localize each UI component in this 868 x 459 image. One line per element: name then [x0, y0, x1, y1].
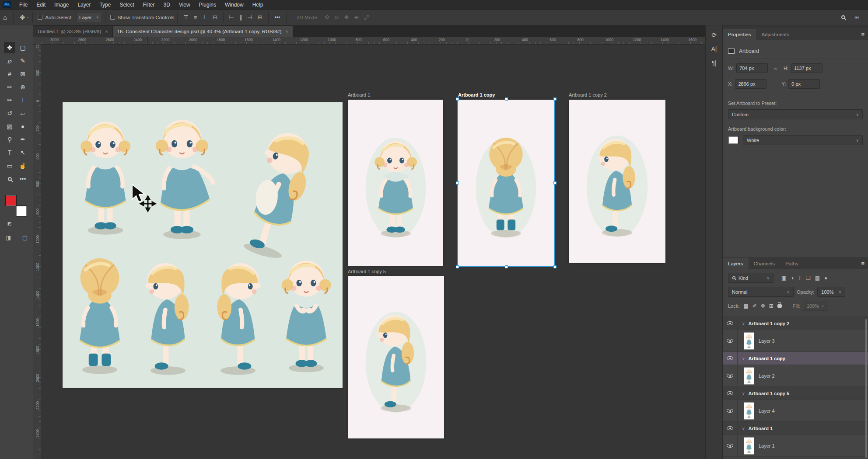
tab-paths[interactable]: Paths — [780, 258, 803, 269]
artboard-label[interactable]: Artboard 1 copy 5 — [348, 269, 386, 274]
lock-position-icon[interactable]: ✥ — [761, 303, 765, 309]
default-colors-icon[interactable]: ◩ — [7, 221, 11, 226]
transform-handle[interactable] — [456, 265, 459, 268]
layer-thumbnail[interactable] — [744, 402, 754, 420]
transform-handle[interactable] — [553, 265, 556, 268]
eye-icon[interactable] — [727, 391, 733, 395]
close-icon[interactable]: × — [286, 29, 288, 34]
x-field[interactable] — [735, 79, 766, 89]
chevron-down-icon[interactable]: ∨ — [742, 356, 745, 361]
more-options-icon[interactable]: ••• — [272, 10, 284, 25]
edit-toolbar[interactable]: ••• — [17, 173, 28, 184]
visibility-cell[interactable] — [723, 365, 738, 386]
hand-tool[interactable]: ☝ — [17, 160, 28, 171]
transform-handle[interactable] — [553, 181, 556, 184]
move-tool[interactable]: ✥ — [4, 42, 15, 53]
menu-edit[interactable]: Edit — [32, 0, 50, 10]
filter-adjustment-layers-icon[interactable]: ◑ — [788, 275, 796, 281]
artboard-0[interactable] — [348, 100, 443, 266]
lock-transparency-icon[interactable]: ▦ — [743, 303, 748, 309]
filter-shape-layers-icon[interactable]: ❏ — [804, 275, 813, 281]
artboard-2[interactable] — [569, 100, 665, 263]
tab-adjustments[interactable]: Adjustments — [756, 29, 794, 40]
menu-view[interactable]: View — [175, 0, 195, 10]
visibility-cell[interactable] — [723, 317, 738, 330]
marquee-tool[interactable]: ▢ — [17, 42, 28, 53]
width-field[interactable] — [736, 63, 768, 73]
menu-select[interactable]: Select — [115, 0, 138, 10]
layer-row[interactable]: Layer 2 — [723, 365, 868, 387]
foreground-color-swatch[interactable] — [5, 195, 17, 206]
character-panel-icon[interactable]: A| — [711, 45, 717, 52]
align-bottom-edges-icon[interactable]: ⊥ — [200, 14, 210, 21]
blur-tool[interactable]: ● — [17, 121, 28, 132]
eyedropper-tool[interactable]: ✑ — [4, 81, 15, 93]
height-field[interactable] — [791, 63, 822, 73]
canvas[interactable]: Artboard 1 Artboard 1 copy Artboard 1 co… — [41, 45, 705, 459]
visibility-cell[interactable] — [723, 435, 738, 456]
opacity-field[interactable]: 100% ∨ — [817, 287, 845, 297]
layer-group-row[interactable]: ∨ Artboard 1 — [723, 422, 868, 435]
layer-thumbnail[interactable] — [744, 367, 754, 385]
zoom-tool[interactable] — [4, 173, 15, 184]
artboard-1[interactable] — [458, 100, 554, 266]
quick-mask-icon[interactable]: ◨ — [6, 234, 11, 241]
blend-mode-dropdown[interactable]: Normal ∨ — [728, 287, 794, 297]
layer-filter-dropdown[interactable]: Kind ∨ — [728, 273, 774, 283]
artboard-3[interactable] — [348, 276, 444, 438]
tab-channels[interactable]: Channels — [749, 258, 780, 269]
menu-3d[interactable]: 3D — [159, 0, 174, 10]
preset-dropdown[interactable]: Custom ∨ — [728, 109, 863, 119]
eye-icon[interactable] — [727, 339, 733, 343]
pen-tool[interactable]: ✒ — [17, 134, 28, 145]
distribute-horizontal-icon[interactable]: ⊞ — [255, 14, 265, 21]
artboard-label[interactable]: Artboard 1 copy 2 — [569, 92, 607, 97]
filter-type-layers-icon[interactable]: T — [796, 275, 804, 281]
layer-group-row[interactable]: ∨ Artboard 1 copy 5 — [723, 387, 868, 400]
visibility-cell[interactable] — [723, 352, 738, 365]
layers-scrollbar[interactable] — [865, 319, 867, 458]
chevron-down-icon[interactable]: ∨ — [742, 321, 745, 326]
rectangle-tool[interactable]: ▭ — [4, 160, 15, 171]
home-icon[interactable]: ⌂ — [0, 10, 10, 25]
background-color-swatch[interactable] — [16, 205, 27, 217]
artboard-bg-dropdown[interactable]: White ∨ — [743, 135, 863, 145]
auto-select-dropdown[interactable]: Layer ∨ — [76, 13, 102, 22]
layer-row[interactable]: Layer 3 — [723, 330, 868, 352]
menu-window[interactable]: Window — [220, 0, 248, 10]
healing-brush-tool[interactable]: ⊛ — [17, 81, 28, 93]
show-transform-checkbox[interactable] — [110, 15, 115, 20]
chevron-down-icon[interactable]: ∨ — [742, 426, 745, 431]
layer-row[interactable]: Layer 1 — [723, 435, 868, 457]
document-tab-1[interactable]: 16- Consistent Character design.psd @ 40… — [113, 26, 293, 37]
artboard-label[interactable]: Artboard 1 copy — [458, 92, 495, 97]
menu-image[interactable]: Image — [50, 0, 73, 10]
lock-artboard-icon[interactable]: ⊞ — [769, 303, 774, 309]
eye-icon[interactable] — [727, 321, 733, 325]
eye-icon[interactable] — [727, 409, 733, 413]
lock-all-icon[interactable] — [777, 304, 782, 308]
layer-row[interactable]: Layer 4 — [723, 400, 868, 422]
filter-smart-objects-icon[interactable]: ▤ — [813, 275, 822, 281]
clone-stamp-tool[interactable]: ⊥ — [17, 94, 28, 106]
screen-mode-icon[interactable]: ▢ — [22, 234, 28, 241]
artboard-bg-color-swatch[interactable] — [728, 136, 738, 144]
history-brush-tool[interactable]: ↺ — [4, 108, 15, 119]
transform-handle[interactable] — [553, 97, 556, 101]
lock-pixels-icon[interactable]: ✐ — [752, 303, 757, 309]
align-vertical-centers-icon[interactable]: ≡ — [191, 14, 200, 21]
ruler-origin-corner[interactable] — [33, 37, 41, 45]
menu-plugins[interactable]: Plugins — [195, 0, 220, 10]
transform-handle[interactable] — [505, 265, 508, 268]
path-select-tool[interactable]: ↖ — [17, 147, 28, 158]
layer-group-row[interactable]: ∨ Artboard 1 copy 2 — [723, 317, 868, 330]
artboard-label[interactable]: Artboard 1 — [348, 92, 370, 97]
object-selection-tool[interactable]: ✎ — [17, 55, 28, 66]
crop-tool[interactable]: # — [4, 68, 15, 80]
panel-menu-icon[interactable]: ≡ — [858, 258, 868, 269]
filter-pixel-layers-icon[interactable]: ▣ — [779, 275, 788, 281]
eye-icon[interactable] — [727, 356, 733, 360]
align-right-edges-icon[interactable]: ⊣ — [245, 14, 255, 21]
eye-icon[interactable] — [727, 444, 733, 448]
frame-tool[interactable]: ⊠ — [17, 68, 28, 80]
